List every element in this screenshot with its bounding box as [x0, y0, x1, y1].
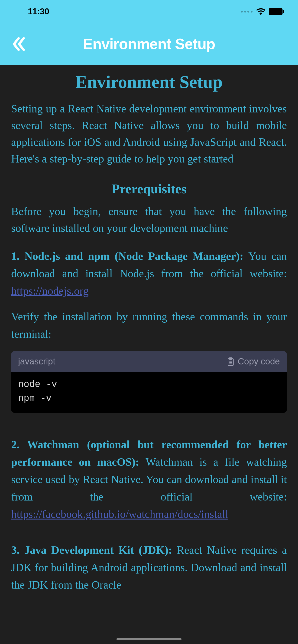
copy-code-label: Copy code: [238, 356, 280, 366]
intro-paragraph: Setting up a React Native development en…: [11, 100, 287, 167]
prereq-item-1: 1. Node.js and npm (Node Package Manager…: [11, 248, 287, 300]
prerequisites-title: Prerequisites: [11, 181, 287, 196]
back-button[interactable]: [12, 36, 26, 52]
code-block: javascript Copy code node -v npm -v: [11, 351, 287, 413]
nav-bar: Environment Setup: [0, 23, 298, 65]
svg-rect-0: [269, 8, 282, 15]
code-line: node -v: [18, 378, 280, 392]
nav-title: Environment Setup: [26, 36, 272, 52]
code-language-label: javascript: [18, 356, 56, 366]
prereq-item-2: 2. Watchman (optional but recommended fo…: [11, 436, 287, 523]
copy-code-button[interactable]: Copy code: [227, 356, 280, 366]
content-area: Environment Setup Setting up a React Nat…: [0, 65, 298, 609]
watchman-link[interactable]: https://facebook.github.io/watchman/docs…: [11, 508, 228, 520]
svg-rect-1: [283, 10, 284, 13]
code-body: node -v npm -v: [11, 372, 287, 413]
code-header: javascript Copy code: [11, 351, 287, 372]
item-1-label: 1. Node.js and npm (Node Package Manager…: [11, 250, 248, 262]
wifi-icon: [256, 8, 265, 15]
verify-instruction: Verify the installation by running these…: [11, 308, 287, 343]
status-icons: [241, 8, 284, 15]
status-bar: 11:30: [0, 0, 298, 23]
prereq-item-3: 3. Java Development Kit (JDK): React Nat…: [11, 542, 287, 594]
chevron-left-double-icon: [12, 36, 26, 52]
prerequisites-intro: Before you begin, ensure that you have t…: [11, 203, 287, 236]
battery-icon: [269, 8, 284, 15]
item-3-label: 3. Java Development Kit (JDK):: [11, 544, 177, 556]
signal-dots-icon: [241, 11, 252, 12]
clipboard-icon: [227, 357, 234, 366]
code-line: npm -v: [18, 392, 280, 406]
nodejs-link[interactable]: https://nodejs.org: [11, 285, 89, 297]
status-time: 11:30: [28, 7, 49, 16]
page-title: Environment Setup: [11, 72, 287, 92]
home-indicator[interactable]: [117, 638, 181, 640]
